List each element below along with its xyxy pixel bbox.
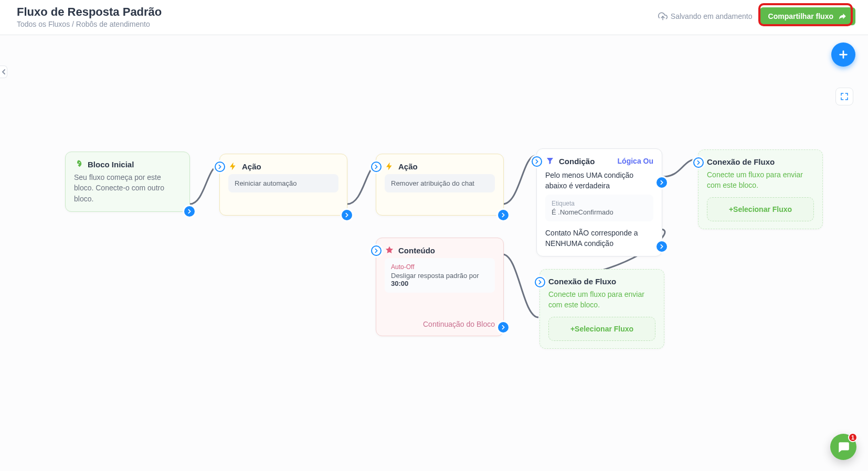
node-action1-chip: Reiniciar automação [228,174,338,192]
share-flow-label: Compartilhar fluxo [768,12,833,20]
node-action2-title: Ação [398,162,418,171]
port-in[interactable] [693,157,704,168]
select-flow-button[interactable]: +Selecionar Fluxo [548,317,655,341]
node-start[interactable]: Bloco Inicial Seu fluxo começa por este … [65,152,190,212]
node-content-continuation: Continuação do Bloco [385,320,495,328]
node-connection-flow-2[interactable]: Conexão de Fluxo Conecte um fluxo para e… [539,269,664,349]
share-flow-button[interactable]: Compartilhar fluxo [760,7,855,25]
select-flow-button[interactable]: +Selecionar Fluxo [707,197,814,221]
page-title: Fluxo de Resposta Padrão [17,5,162,19]
port-in[interactable] [371,162,382,172]
port-in[interactable] [215,162,225,172]
condition-else-text: Contato NÃO corresponde a NENHUMA condiç… [545,228,653,249]
port-in[interactable] [532,156,542,167]
port-out-true[interactable] [657,177,667,188]
node-start-desc: Seu fluxo começa por este bloco. Conecte… [74,172,181,204]
auto-off-label: Auto-Off [391,263,489,271]
node-start-title: Bloco Inicial [88,160,134,169]
condition-tag-chip: Etiqueta É .NomeConfirmado [545,195,653,221]
node-action1-title: Ação [242,162,261,171]
breadcrumb-sep: / [70,20,76,28]
rocket-icon [74,159,83,169]
save-status: Salvando em andamento [658,12,753,21]
condition-tag-value: É .NomeConfirmado [552,208,613,216]
port-out[interactable] [498,322,509,333]
port-out[interactable] [498,210,509,220]
node-content[interactable]: Conteúdo Auto-Off Desligar resposta padr… [376,238,504,336]
chat-widget-button[interactable]: 1 [830,434,856,460]
port-out-false[interactable] [657,241,667,252]
port-in[interactable] [371,245,382,256]
node-conn1-desc: Conecte um fluxo para enviar com este bl… [707,169,814,191]
node-condition[interactable]: Condição Lógica Ou Pelo menos UMA condiç… [536,148,662,256]
cloud-upload-icon [658,12,668,21]
add-node-button[interactable] [831,42,855,67]
breadcrumb: Todos os Fluxos / Robôs de atendimento [17,20,162,28]
condition-logic-badge: Lógica Ou [618,157,653,165]
breadcrumb-root-link[interactable]: Todos os Fluxos [17,20,70,28]
port-in[interactable] [535,277,545,287]
node-action-remove-assignment[interactable]: Ação Remover atribuição do chat [376,154,504,216]
auto-off-desc: Desligar resposta padrão por [391,272,479,280]
node-content-title: Conteúdo [398,246,435,255]
node-action-restart[interactable]: Ação Reiniciar automação [219,154,347,216]
breadcrumb-current: Robôs de atendimento [76,20,150,28]
lightning-icon [228,162,238,171]
share-arrow-icon [838,12,847,21]
node-conn1-title: Conexão de Fluxo [707,157,775,166]
condition-tag-label: Etiqueta [552,200,647,207]
filter-icon [545,156,555,166]
star-icon [385,245,394,255]
save-status-text: Salvando em andamento [671,12,753,20]
flow-canvas[interactable]: Bloco Inicial Seu fluxo começa por este … [0,35,868,471]
auto-off-value: 30:00 [391,280,408,287]
app-header: Fluxo de Resposta Padrão Todos os Fluxos… [0,0,868,35]
node-conn2-desc: Conecte um fluxo para enviar com este bl… [548,289,655,311]
fullscreen-button[interactable] [835,88,853,105]
svg-point-0 [79,162,80,163]
lightning-icon [385,162,394,171]
sidebar-collapse-handle[interactable] [0,66,7,78]
port-out[interactable] [342,210,352,220]
node-condition-title: Condição [559,157,595,166]
port-out[interactable] [184,206,195,217]
node-connection-flow-1[interactable]: Conexão de Fluxo Conecte um fluxo para e… [698,149,823,229]
node-conn2-title: Conexão de Fluxo [548,277,616,286]
node-action2-chip: Remover atribuição do chat [385,174,495,192]
chat-badge: 1 [848,433,858,442]
condition-sentence: Pelo menos UMA condição abaixo é verdade… [545,170,653,191]
node-content-chip: Auto-Off Desligar resposta padrão por 30… [385,258,495,293]
